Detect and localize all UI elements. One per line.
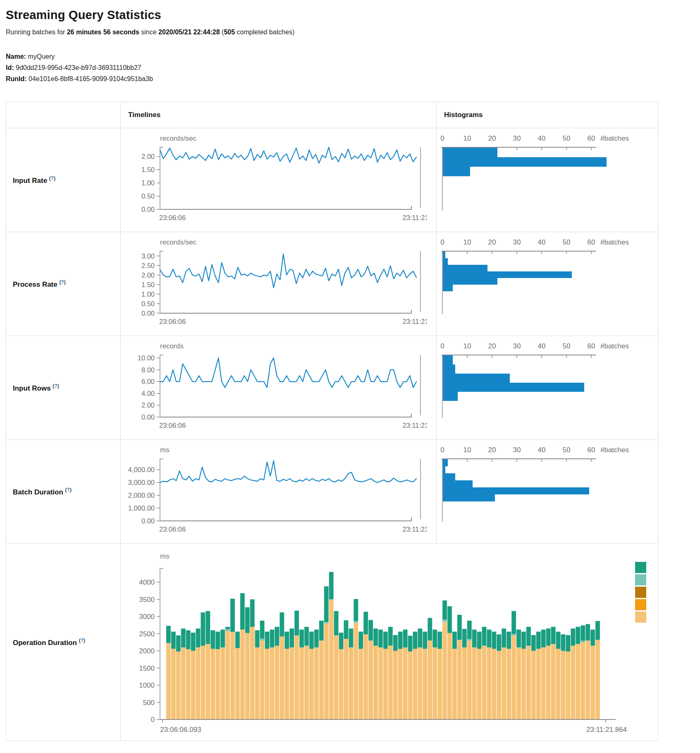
- svg-text:23:11:21.864: 23:11:21.864: [586, 726, 627, 734]
- svg-text:3500: 3500: [139, 596, 155, 604]
- query-runid-line: RunId: 04e101e6-8bf8-4165-9099-9104c951b…: [6, 73, 700, 84]
- svg-text:2000: 2000: [139, 647, 155, 655]
- batch-duration-label-cell: Batch Duration (?): [6, 440, 121, 544]
- svg-text:40: 40: [538, 238, 546, 246]
- svg-text:30: 30: [513, 134, 521, 142]
- summary-mid: since: [139, 29, 158, 36]
- svg-text:23:11:21: 23:11:21: [402, 214, 427, 221]
- header-timelines: Timelines: [121, 102, 437, 128]
- operation-duration-stacked-chart: ms4000350030002500200015001000500023:06:…: [121, 544, 658, 741]
- svg-text:20: 20: [488, 238, 496, 246]
- process-rate-help-tooltip[interactable]: (?): [59, 279, 65, 285]
- legend-swatch: [635, 562, 646, 573]
- svg-text:30: 30: [513, 446, 521, 454]
- summary-duration: 26 minutes 56 seconds: [67, 29, 139, 36]
- summary-prefix: Running batches for: [6, 29, 67, 36]
- histogram-svg: 0102030405060#batches: [437, 128, 647, 228]
- svg-text:#batches: #batches: [600, 342, 629, 350]
- input-rows-histogram-cell: 0102030405060#batches: [437, 336, 658, 440]
- svg-text:ms: ms: [160, 552, 170, 560]
- svg-text:50: 50: [563, 238, 571, 246]
- query-id-value: 9d0dd219-995d-423e-b97d-36931110bb27: [14, 64, 141, 71]
- question-mark-icon: ?: [67, 487, 70, 493]
- svg-text:10.00: 10.00: [138, 354, 155, 362]
- svg-text:records/sec: records/sec: [160, 134, 196, 142]
- statistics-table: Timelines Histograms Input Rate (?) reco…: [6, 102, 658, 741]
- svg-text:10: 10: [463, 342, 471, 350]
- query-runid-value: 04e101e6-8bf8-4165-9099-9104c951ba3b: [27, 75, 153, 82]
- row-input-rows: Input Rows (?) records10.008.006.004.002…: [6, 336, 658, 440]
- table-header-row: Timelines Histograms: [6, 102, 658, 128]
- svg-text:1.50: 1.50: [141, 166, 155, 173]
- svg-text:30: 30: [513, 238, 521, 246]
- input-rows-help-tooltip[interactable]: (?): [53, 383, 59, 389]
- svg-text:records: records: [160, 342, 184, 350]
- process-rate-histogram-chart: 0102030405060#batches: [437, 232, 658, 333]
- svg-text:40: 40: [538, 342, 546, 350]
- row-process-rate: Process Rate (?) records/sec3.002.502.00…: [6, 232, 658, 336]
- svg-text:3,000.00: 3,000.00: [128, 479, 155, 486]
- process-rate-timeline-chart: records/sec3.002.502.001.501.000.500.002…: [121, 232, 436, 333]
- timeline-svg: ms4,000.003,000.002,000.001,000.000.0023…: [121, 440, 427, 539]
- svg-text:1000: 1000: [139, 681, 155, 689]
- svg-text:0: 0: [151, 716, 155, 724]
- svg-text:1.00: 1.00: [141, 290, 155, 298]
- svg-text:2.00: 2.00: [141, 153, 155, 160]
- input-rate-timeline-chart: records/sec2.001.501.000.500.0023:06:062…: [121, 128, 436, 229]
- input-rate-help-tooltip[interactable]: (?): [49, 175, 55, 181]
- process-rate-label: Process Rate: [13, 280, 57, 288]
- svg-text:#batches: #batches: [600, 446, 629, 454]
- histogram-svg: 0102030405060#batches: [437, 232, 647, 331]
- svg-text:10: 10: [463, 134, 471, 142]
- svg-text:0: 0: [440, 134, 444, 142]
- running-batches-summary: Running batches for 26 minutes 56 second…: [6, 29, 700, 36]
- svg-text:50: 50: [563, 446, 571, 454]
- query-name-value: myQuery: [26, 53, 55, 60]
- svg-text:0.00: 0.00: [141, 413, 155, 421]
- svg-text:0.00: 0.00: [141, 206, 155, 213]
- summary-suffix: completed batches): [235, 29, 294, 36]
- operation-duration-chart-cell: ms4000350030002500200015001000500023:06:…: [121, 544, 658, 741]
- batch-duration-histogram-chart: 0102030405060#batches: [437, 440, 658, 541]
- header-histograms: Histograms: [437, 102, 658, 128]
- input-rows-label: Input Rows: [13, 384, 51, 392]
- svg-text:10: 10: [463, 446, 471, 454]
- batch-duration-label: Batch Duration: [13, 488, 63, 496]
- svg-text:0.00: 0.00: [141, 517, 155, 525]
- svg-text:23:06:06.093: 23:06:06.093: [160, 726, 201, 734]
- svg-text:0.50: 0.50: [141, 192, 155, 200]
- operation-duration-help-tooltip[interactable]: (?): [79, 638, 85, 643]
- svg-text:50: 50: [563, 134, 571, 142]
- svg-text:0: 0: [440, 446, 444, 454]
- svg-text:1.00: 1.00: [141, 179, 155, 187]
- process-rate-histogram-cell: 0102030405060#batches: [437, 232, 658, 336]
- query-meta: Name: myQuery Id: 9d0dd219-995d-423e-b97…: [6, 51, 700, 84]
- svg-text:23:06:06: 23:06:06: [159, 318, 186, 325]
- question-mark-icon: ?: [81, 638, 84, 643]
- header-empty-cell: [6, 102, 121, 128]
- query-id-label: Id:: [6, 64, 14, 71]
- batch-duration-timeline-chart: ms4,000.003,000.002,000.001,000.000.0023…: [121, 440, 436, 541]
- legend-swatch: [635, 574, 646, 585]
- svg-text:40: 40: [538, 446, 546, 454]
- input-rows-histogram-chart: 0102030405060#batches: [437, 336, 658, 437]
- legend-swatch: [635, 599, 646, 610]
- operation-duration-legend: [635, 562, 646, 624]
- histogram-svg: 0102030405060#batches: [437, 440, 647, 539]
- query-runid-label: RunId:: [6, 75, 27, 82]
- svg-text:2500: 2500: [139, 630, 155, 638]
- svg-text:60: 60: [588, 134, 595, 142]
- stacked-bar-svg: ms4000350030002500200015001000500023:06:…: [121, 544, 640, 739]
- timeline-svg: records10.008.006.004.002.000.0023:06:06…: [121, 336, 427, 435]
- svg-text:3000: 3000: [139, 613, 155, 621]
- batch-duration-timeline-cell: ms4,000.003,000.002,000.001,000.000.0023…: [121, 440, 437, 544]
- row-batch-duration: Batch Duration (?) ms4,000.003,000.002,0…: [6, 440, 658, 544]
- svg-text:23:06:06: 23:06:06: [159, 422, 186, 429]
- svg-text:6.00: 6.00: [141, 378, 155, 385]
- batch-duration-help-tooltip[interactable]: (?): [65, 487, 72, 493]
- process-rate-label-cell: Process Rate (?): [6, 232, 121, 336]
- input-rows-timeline-chart: records10.008.006.004.002.000.0023:06:06…: [121, 336, 436, 437]
- page-title: Streaming Query Statistics: [6, 8, 700, 22]
- input-rows-timeline-cell: records10.008.006.004.002.000.0023:06:06…: [121, 336, 437, 440]
- process-rate-timeline-cell: records/sec3.002.502.001.501.000.500.002…: [121, 232, 437, 336]
